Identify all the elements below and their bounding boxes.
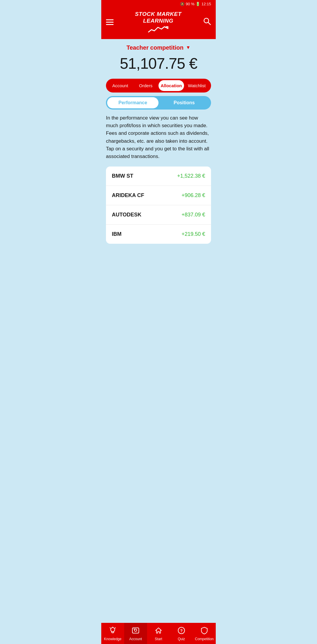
competition-label: Teacher competition [127, 44, 183, 51]
balance-display: 51,107.75 € [106, 55, 211, 72]
battery-level: 90 % [186, 2, 195, 6]
stock-name: ARIDEKA CF [112, 192, 144, 199]
chevron-down-icon: ▼ [186, 45, 190, 50]
performance-description: In the performance view you can see how … [106, 114, 211, 161]
stock-row[interactable]: IBM +219.50 € [106, 225, 211, 244]
svg-line-1 [208, 22, 210, 25]
status-bar: 🔕 90 % 🔋 12:15 [101, 0, 216, 8]
stock-row[interactable]: BMW ST +1,522.38 € [106, 167, 211, 186]
header-title-block: STOCK MARKET LEARNING [135, 11, 182, 34]
stock-row[interactable]: AUTODESK +837.09 € [106, 205, 211, 225]
stock-name: BMW ST [112, 173, 133, 179]
logo-chart [135, 26, 182, 34]
sub-tab-positions[interactable]: Positions [158, 97, 210, 108]
stock-value: +906.28 € [181, 192, 205, 199]
app-header: STOCK MARKET LEARNING [101, 8, 216, 39]
tab-allocation[interactable]: Allocation [158, 80, 184, 91]
main-content: Teacher competition ▼ 51,107.75 € Accoun… [101, 39, 216, 244]
sub-tabs: Performance Positions [106, 96, 211, 110]
stock-value: +837.09 € [181, 212, 205, 218]
app-title: STOCK MARKET LEARNING [135, 11, 182, 24]
stock-name: AUTODESK [112, 212, 141, 218]
tab-account[interactable]: Account [107, 80, 133, 91]
teacher-competition-section: Teacher competition ▼ [106, 44, 211, 51]
stock-value: +219.50 € [181, 231, 205, 237]
status-icons: 🔕 90 % 🔋 12:15 [180, 2, 211, 6]
alarm-icon: 🔕 [180, 2, 185, 6]
search-button[interactable] [203, 17, 211, 27]
sub-tab-performance[interactable]: Performance [107, 97, 158, 108]
stock-row[interactable]: ARIDEKA CF +906.28 € [106, 186, 211, 205]
battery-icon: 🔋 [195, 2, 200, 6]
tab-watchlist[interactable]: Watchlist [184, 80, 210, 91]
stock-value: +1,522.38 € [177, 173, 205, 179]
stock-list: BMW ST +1,522.38 € ARIDEKA CF +906.28 € … [106, 167, 211, 244]
tab-orders[interactable]: Orders [133, 80, 158, 91]
time-display: 12:15 [201, 2, 211, 6]
main-tabs: Account Orders Allocation Watchlist [106, 79, 211, 93]
menu-button[interactable] [106, 19, 114, 25]
stock-name: IBM [112, 231, 122, 237]
teacher-competition-button[interactable]: Teacher competition ▼ [127, 44, 190, 51]
